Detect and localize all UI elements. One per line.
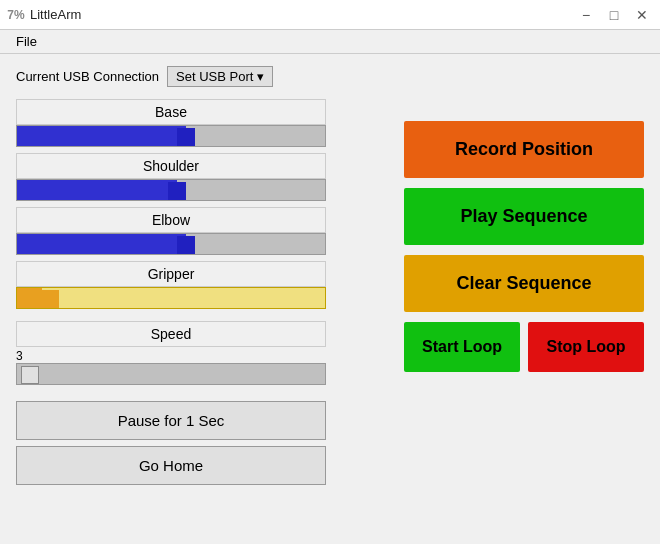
gripper-thumb[interactable] xyxy=(37,290,59,308)
shoulder-thumb[interactable] xyxy=(168,182,186,200)
title-bar: 7% LittleArm − □ ✕ xyxy=(0,0,660,30)
minimize-button[interactable]: − xyxy=(576,5,596,25)
right-panel: Record Position Play Sequence Clear Sequ… xyxy=(404,66,644,485)
speed-label: Speed xyxy=(16,321,326,347)
shoulder-label: Shoulder xyxy=(16,153,326,179)
shoulder-track xyxy=(16,179,326,201)
shoulder-slider-group: Shoulder xyxy=(16,153,384,201)
main-content: Current USB Connection Set USB Port ▾ Ba… xyxy=(0,54,660,497)
play-sequence-button[interactable]: Play Sequence xyxy=(404,188,644,245)
pause-button[interactable]: Pause for 1 Sec xyxy=(16,401,326,440)
base-fill xyxy=(17,126,186,146)
shoulder-fill xyxy=(17,180,177,200)
speed-thumb[interactable] xyxy=(21,366,39,384)
record-position-button[interactable]: Record Position xyxy=(404,121,644,178)
menu-bar: File xyxy=(0,30,660,54)
bottom-buttons: Pause for 1 Sec Go Home xyxy=(16,401,384,485)
elbow-track xyxy=(16,233,326,255)
loop-row: Start Loop Stop Loop xyxy=(404,322,644,372)
app-title: LittleArm xyxy=(30,7,576,22)
maximize-button[interactable]: □ xyxy=(604,5,624,25)
stop-loop-button[interactable]: Stop Loop xyxy=(528,322,644,372)
close-button[interactable]: ✕ xyxy=(632,5,652,25)
gripper-slider-group: Gripper xyxy=(16,261,384,309)
elbow-thumb[interactable] xyxy=(177,236,195,254)
gripper-label: Gripper xyxy=(16,261,326,287)
usb-row: Current USB Connection Set USB Port ▾ xyxy=(16,66,384,87)
go-home-button[interactable]: Go Home xyxy=(16,446,326,485)
file-menu[interactable]: File xyxy=(8,32,45,51)
base-label: Base xyxy=(16,99,326,125)
speed-section: Speed 3 xyxy=(16,321,384,385)
elbow-fill xyxy=(17,234,186,254)
left-panel: Current USB Connection Set USB Port ▾ Ba… xyxy=(16,66,384,485)
set-usb-port-button[interactable]: Set USB Port ▾ xyxy=(167,66,273,87)
speed-value: 3 xyxy=(16,349,384,363)
app-icon: 7% xyxy=(8,7,24,23)
speed-track xyxy=(16,363,326,385)
start-loop-button[interactable]: Start Loop xyxy=(404,322,520,372)
dropdown-icon: ▾ xyxy=(257,69,264,84)
base-thumb[interactable] xyxy=(177,128,195,146)
base-track xyxy=(16,125,326,147)
clear-sequence-button[interactable]: Clear Sequence xyxy=(404,255,644,312)
usb-label: Current USB Connection xyxy=(16,69,159,84)
elbow-slider-group: Elbow xyxy=(16,207,384,255)
elbow-label: Elbow xyxy=(16,207,326,233)
base-slider-group: Base xyxy=(16,99,384,147)
window-controls: − □ ✕ xyxy=(576,5,652,25)
gripper-track xyxy=(16,287,326,309)
